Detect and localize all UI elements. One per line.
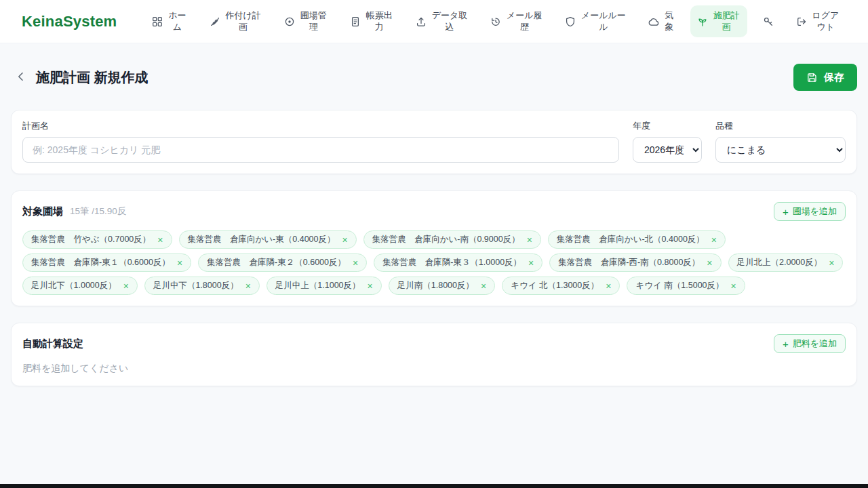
remove-field-icon[interactable]: × bbox=[177, 258, 182, 268]
field-chip: 集落営農 倉庫向かい-北（0.4000反）× bbox=[548, 230, 726, 249]
brand-logo[interactable]: KeinaSystem bbox=[22, 13, 117, 30]
field-chip: 集落営農 倉庫向かい-南（0.9000反）× bbox=[363, 230, 541, 249]
remove-field-icon[interactable]: × bbox=[528, 258, 534, 268]
nav-item-label: メールルール bbox=[580, 10, 626, 33]
target-fields-header: 対象圃場 15筆 /15.90反 + 圃場を追加 bbox=[22, 202, 846, 221]
add-field-button[interactable]: + 圃場を追加 bbox=[774, 202, 846, 221]
nav-item-password-key[interactable] bbox=[756, 12, 781, 32]
page-header: 施肥計画 新規作成 保存 bbox=[11, 64, 857, 91]
add-fertilizer-label: 肥料を追加 bbox=[793, 338, 837, 350]
plan-name-group: 計画名 bbox=[22, 120, 619, 163]
variety-label: 品種 bbox=[715, 120, 846, 132]
screen-bottom-edge bbox=[0, 484, 868, 488]
nav-item-field-management[interactable]: 圃場管理 bbox=[277, 5, 334, 38]
save-icon bbox=[806, 72, 818, 83]
field-chip: 集落営農 倉庫向かい-東（0.4000反）× bbox=[179, 230, 357, 249]
field-chip: 足川中下（1.8000反）× bbox=[144, 277, 260, 295]
history-icon bbox=[490, 16, 501, 27]
field-chip: 集落営農 竹やぶ（0.7000反）× bbox=[22, 230, 172, 249]
year-select[interactable]: 2026年度 bbox=[633, 137, 702, 163]
shield-icon bbox=[565, 16, 576, 27]
upload-icon bbox=[416, 16, 427, 27]
target-fields-summary: 15筆 /15.90反 bbox=[70, 205, 126, 218]
nav-item-mail-rules[interactable]: メールルール bbox=[558, 5, 633, 38]
variety-group: 品種 にこまる bbox=[715, 120, 846, 163]
field-chip-list: 集落営農 竹やぶ（0.7000反）× 集落営農 倉庫向かい-東（0.4000反）… bbox=[22, 230, 846, 295]
back-button[interactable] bbox=[11, 67, 31, 87]
nav-item-weather[interactable]: 気象 bbox=[642, 5, 681, 38]
remove-field-icon[interactable]: × bbox=[368, 281, 373, 291]
field-chip: 集落営農 倉庫隣-東２（0.6000反）× bbox=[198, 253, 367, 272]
remove-field-icon[interactable]: × bbox=[157, 235, 163, 245]
nav-item-label: 圃場管理 bbox=[300, 10, 328, 33]
save-button[interactable]: 保存 bbox=[793, 64, 857, 91]
field-chip: 足川中上（1.1000反）× bbox=[267, 277, 382, 295]
main-content: 施肥計画 新規作成 保存 計画名 年度 2026年度 品種 に bbox=[0, 64, 868, 386]
field-chip: キウイ 北（1.3000反）× bbox=[502, 277, 620, 295]
nav-item-home[interactable]: ホーム bbox=[145, 5, 193, 38]
remove-field-icon[interactable]: × bbox=[123, 281, 129, 291]
nav-item-label: ログアウト bbox=[812, 10, 840, 33]
field-chip: 集落営農 倉庫隣-東３（1.0000反）× bbox=[374, 253, 542, 272]
target-fields-card: 対象圃場 15筆 /15.90反 + 圃場を追加 集落営農 竹やぶ（0.7000… bbox=[11, 190, 857, 306]
nav-item-label: 帳票出力 bbox=[366, 10, 393, 33]
chevron-left-icon bbox=[16, 71, 26, 84]
add-fertilizer-button[interactable]: + 肥料を追加 bbox=[774, 334, 846, 353]
page-title: 施肥計画 新規作成 bbox=[36, 68, 149, 87]
nav-item-label: メール履歴 bbox=[506, 10, 542, 33]
nav-item-mail-history[interactable]: メール履歴 bbox=[484, 5, 549, 38]
nav-item-label: ホーム bbox=[167, 10, 186, 33]
nav-item-fertilization-plan[interactable]: 施肥計画 bbox=[690, 5, 747, 38]
nav-item-report-output[interactable]: 帳票出力 bbox=[343, 5, 400, 38]
nav-item-logout[interactable]: ログアウト bbox=[789, 5, 846, 38]
plan-name-label: 計画名 bbox=[22, 120, 619, 132]
document-icon bbox=[350, 16, 361, 27]
remove-field-icon[interactable]: × bbox=[711, 235, 717, 245]
auto-calc-card: 自動計算設定 + 肥料を追加 肥料を追加してください bbox=[11, 323, 857, 386]
plan-name-input[interactable] bbox=[22, 137, 619, 163]
key-icon bbox=[763, 16, 774, 27]
plus-icon: + bbox=[783, 339, 789, 349]
field-chip: 集落営農 倉庫隣-西-南（0.8000反）× bbox=[549, 253, 721, 272]
nav-list: ホーム 作付け計画 圃場管理 帳票出力 データ取込 bbox=[145, 5, 846, 38]
nav-item-data-import[interactable]: データ取込 bbox=[409, 5, 475, 38]
nav-item-label: 気象 bbox=[664, 10, 674, 33]
plan-form-card: 計画名 年度 2026年度 品種 にこまる bbox=[11, 110, 857, 174]
fertilizer-empty-message: 肥料を追加してください bbox=[22, 363, 846, 375]
nav-item-planting-plan[interactable]: 作付け計画 bbox=[203, 5, 269, 38]
remove-field-icon[interactable]: × bbox=[829, 258, 834, 268]
year-group: 年度 2026年度 bbox=[633, 120, 702, 163]
field-chip: キウイ 南（1.5000反）× bbox=[627, 277, 745, 295]
nav-item-label: データ取込 bbox=[431, 10, 468, 33]
plus-icon: + bbox=[783, 207, 789, 217]
remove-field-icon[interactable]: × bbox=[342, 235, 348, 245]
logout-icon bbox=[796, 16, 807, 27]
nav-item-label: 作付け計画 bbox=[225, 10, 262, 33]
remove-field-icon[interactable]: × bbox=[245, 281, 251, 291]
auto-calc-title: 自動計算設定 bbox=[22, 338, 83, 350]
seedling-icon bbox=[697, 16, 708, 27]
save-button-label: 保存 bbox=[824, 71, 844, 84]
top-navigation: KeinaSystem ホーム 作付け計画 圃場管理 帳票出力 bbox=[0, 0, 868, 43]
wheat-icon bbox=[210, 16, 220, 27]
variety-select[interactable]: にこまる bbox=[715, 137, 846, 163]
remove-field-icon[interactable]: × bbox=[527, 235, 532, 245]
remove-field-icon[interactable]: × bbox=[731, 281, 736, 291]
field-chip: 集落営農 倉庫隣-東１（0.6000反）× bbox=[22, 253, 191, 272]
remove-field-icon[interactable]: × bbox=[353, 258, 358, 268]
target-fields-title: 対象圃場 bbox=[22, 205, 63, 218]
auto-calc-header: 自動計算設定 + 肥料を追加 bbox=[22, 334, 846, 353]
grid-icon bbox=[152, 16, 163, 27]
field-chip: 足川南（1.8000反）× bbox=[389, 277, 495, 295]
cloud-icon bbox=[648, 16, 659, 27]
remove-field-icon[interactable]: × bbox=[606, 281, 611, 291]
field-chip: 足川北下（1.0000反）× bbox=[22, 277, 138, 295]
year-label: 年度 bbox=[633, 120, 702, 132]
map-pin-icon bbox=[284, 16, 295, 27]
field-chip: 足川北上（2.0000反）× bbox=[728, 253, 844, 272]
nav-item-label: 施肥計画 bbox=[713, 10, 741, 33]
remove-field-icon[interactable]: × bbox=[707, 258, 712, 268]
add-field-label: 圃場を追加 bbox=[793, 205, 837, 218]
remove-field-icon[interactable]: × bbox=[481, 281, 486, 291]
